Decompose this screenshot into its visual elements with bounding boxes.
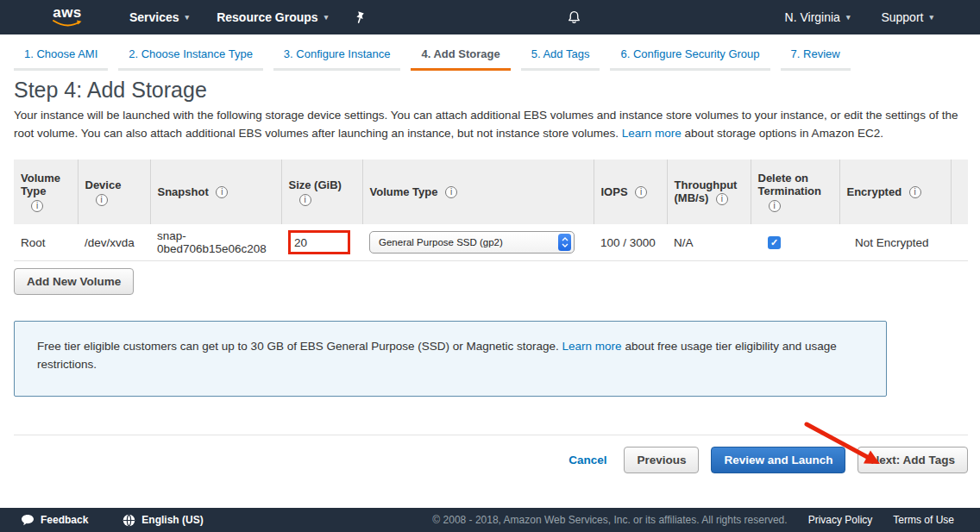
aws-smile-icon xyxy=(52,19,83,28)
tab-add-tags[interactable]: 5. Add Tags xyxy=(521,47,600,71)
language-label: English (US) xyxy=(141,514,203,526)
wizard-steps-bar: 1. Choose AMI 2. Choose Instance Type 3.… xyxy=(0,34,980,71)
intro-text-part2: about storage options in Amazon EC2. xyxy=(685,127,883,140)
volume-type-select[interactable]: General Purpose SSD (gp2) xyxy=(369,231,575,253)
select-stepper-icon xyxy=(558,234,571,251)
tab-configure-instance[interactable]: 3. Configure Instance xyxy=(273,47,401,71)
footer-bar: Feedback English (US) © 2008 - 2018, Ama… xyxy=(0,508,980,532)
copyright-text: © 2008 - 2018, Amazon Web Services, Inc.… xyxy=(432,514,787,526)
next-add-tags-button[interactable]: Next: Add Tags xyxy=(858,447,968,473)
header-device: Device i xyxy=(78,160,150,224)
info-icon[interactable]: i xyxy=(96,194,108,206)
cell-encrypted: Not Encrypted xyxy=(839,224,951,261)
speech-bubble-icon xyxy=(21,514,35,526)
info-icon[interactable]: i xyxy=(31,200,43,212)
free-tier-learn-more-link[interactable]: Learn more xyxy=(562,340,622,353)
globe-icon xyxy=(122,514,135,527)
support-label: Support xyxy=(881,10,923,24)
cell-size xyxy=(281,224,362,261)
info-icon[interactable]: i xyxy=(299,194,311,206)
page-title: Step 4: Add Storage xyxy=(14,78,966,103)
feedback-label: Feedback xyxy=(41,514,88,526)
cell-delete-on-termination: ✓ xyxy=(751,224,839,261)
terms-of-use-link[interactable]: Terms of Use xyxy=(893,514,954,526)
cancel-button[interactable]: Cancel xyxy=(569,454,606,466)
aws-logo-text: aws xyxy=(53,7,82,19)
aws-console-page: aws Services ▾ Resource Groups ▾ xyxy=(0,0,980,532)
navbar-right-group: N. Virginia ▾ Support ▾ xyxy=(785,10,933,24)
tab-configure-security-group[interactable]: 6. Configure Security Group xyxy=(610,47,770,71)
chevron-down-icon: ▾ xyxy=(929,14,933,22)
volume-type-select-value: General Purpose SSD (gp2) xyxy=(379,237,503,247)
tab-choose-ami[interactable]: 1. Choose AMI xyxy=(14,47,108,71)
info-icon[interactable]: i xyxy=(216,186,228,198)
chevron-down-icon: ▾ xyxy=(846,14,851,22)
cell-volume-type-select: General Purpose SSD (gp2) xyxy=(362,224,594,261)
header-encrypted: Encrypted i xyxy=(839,160,951,224)
storage-volumes-table: Volume Type i Device i Snapshot i Size (… xyxy=(14,160,968,261)
review-and-launch-button[interactable]: Review and Launch xyxy=(711,447,845,473)
support-menu[interactable]: Support ▾ xyxy=(881,10,933,24)
privacy-policy-link[interactable]: Privacy Policy xyxy=(808,514,873,526)
actions-divider xyxy=(14,435,968,435)
cell-filler xyxy=(951,224,968,261)
aws-logo[interactable]: aws xyxy=(52,7,83,28)
header-throughput: Throughput (MB/s) i xyxy=(667,160,751,224)
footer-right-group: © 2008 - 2018, Amazon Web Services, Inc.… xyxy=(432,514,954,526)
previous-button[interactable]: Previous xyxy=(624,447,699,473)
pin-icon[interactable] xyxy=(354,10,367,24)
cell-volume-type: Root xyxy=(14,224,78,261)
wizard-actions: Cancel Previous Review and Launch Next: … xyxy=(14,447,968,473)
tab-review[interactable]: 7. Review xyxy=(781,47,851,71)
chevron-down-icon: ▾ xyxy=(324,14,329,22)
cell-throughput: N/A xyxy=(667,224,751,261)
header-volume-type: Volume Type i xyxy=(14,160,78,224)
services-menu[interactable]: Services ▾ xyxy=(129,10,189,24)
info-icon[interactable]: i xyxy=(445,186,457,198)
resource-groups-menu[interactable]: Resource Groups ▾ xyxy=(217,10,328,24)
cell-device: /dev/xvda xyxy=(78,224,150,261)
free-tier-text-part1: Free tier eligible customers can get up … xyxy=(37,340,559,353)
header-snapshot: Snapshot i xyxy=(150,160,281,224)
cell-snapshot: snap-0bed706b15e06c208 xyxy=(150,224,281,261)
top-navbar: aws Services ▾ Resource Groups ▾ xyxy=(0,0,980,34)
learn-more-link[interactable]: Learn more xyxy=(622,127,682,140)
info-icon[interactable]: i xyxy=(716,193,728,205)
size-input[interactable] xyxy=(288,230,350,254)
tab-add-storage[interactable]: 4. Add Storage xyxy=(411,47,510,71)
tab-choose-instance-type[interactable]: 2. Choose Instance Type xyxy=(118,47,263,71)
info-icon[interactable]: i xyxy=(769,200,781,212)
region-label: N. Virginia xyxy=(785,10,840,24)
services-label: Services xyxy=(129,10,179,24)
info-icon[interactable]: i xyxy=(635,186,647,198)
header-delete-on-termination: Delete on Termination i xyxy=(751,160,839,224)
header-size: Size (GiB) i xyxy=(281,160,362,224)
feedback-button[interactable]: Feedback xyxy=(21,514,88,526)
main-content: Step 4: Add Storage Your instance will b… xyxy=(0,71,980,508)
resource-groups-label: Resource Groups xyxy=(217,10,317,24)
chevron-down-icon: ▾ xyxy=(185,14,190,22)
cell-iops: 100 / 3000 xyxy=(594,224,667,261)
header-volume-type-select: Volume Type i xyxy=(362,160,594,224)
region-menu[interactable]: N. Virginia ▾ xyxy=(785,10,851,24)
add-new-volume-button[interactable]: Add New Volume xyxy=(14,268,134,295)
info-icon[interactable]: i xyxy=(909,186,921,198)
table-row-root-volume: Root /dev/xvda snap-0bed706b15e06c208 Ge… xyxy=(14,224,968,261)
language-button[interactable]: English (US) xyxy=(122,514,203,527)
table-header-row: Volume Type i Device i Snapshot i Size (… xyxy=(14,160,968,224)
delete-on-termination-checkbox[interactable]: ✓ xyxy=(768,236,781,249)
intro-text: Your instance will be launched with the … xyxy=(14,106,966,142)
notifications-bell-icon[interactable] xyxy=(567,9,581,25)
free-tier-info-box: Free tier eligible customers can get up … xyxy=(14,321,887,397)
header-filler xyxy=(951,160,968,224)
header-iops: IOPS i xyxy=(594,160,667,224)
